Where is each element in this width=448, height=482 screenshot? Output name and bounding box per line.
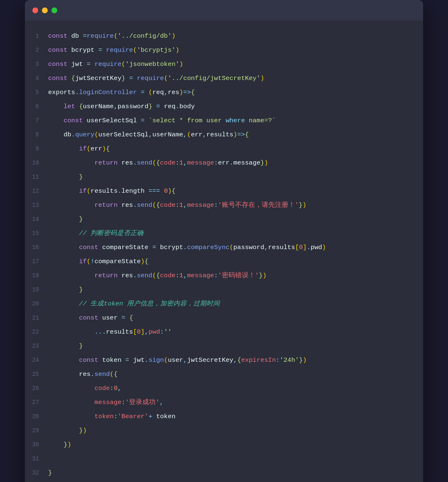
line-number: 4	[25, 72, 46, 85]
code-line-27: 27 message:'登录成功',	[25, 395, 423, 409]
line-number: 14	[25, 213, 46, 226]
code-editor-window: 1 const db =require('../config/db') 2 co…	[25, 0, 423, 482]
code-line-6: 6 let {userName,password} = req.body	[25, 99, 423, 114]
line-content: })	[46, 438, 423, 451]
line-number: 18	[25, 269, 46, 282]
line-content: // 生成token 用户信息，加密内容，过期时间	[46, 297, 423, 310]
code-line-25: 25 res.send({	[25, 367, 423, 381]
code-line-14: 14 }	[25, 212, 423, 226]
line-content: const bcrypt = require('bcryptjs')	[46, 44, 423, 57]
line-number: 8	[25, 128, 46, 141]
line-number: 32	[25, 466, 46, 480]
line-content: const {jwtSecretKey} = require('../confi…	[46, 72, 423, 85]
line-number: 25	[25, 368, 46, 381]
line-number: 3	[25, 58, 46, 71]
line-content: }	[46, 339, 423, 353]
code-line-31: 31	[25, 452, 423, 466]
line-number: 29	[25, 424, 46, 437]
code-line-20: 20 // 生成token 用户信息，加密内容，过期时间	[25, 297, 423, 311]
line-content: db.query(userSelectSql,userName,(err,res…	[46, 128, 423, 141]
line-content: code:0,	[46, 382, 423, 395]
code-line-3: 3 const jwt = require('jsonwebtoken')	[25, 57, 423, 71]
line-number: 9	[25, 142, 46, 155]
line-content: const db =require('../config/db')	[46, 29, 423, 43]
line-content: exports.loginController = (req,res)=>{	[46, 86, 423, 99]
line-number: 19	[25, 283, 46, 296]
line-number: 30	[25, 438, 46, 451]
code-line-19: 19 }	[25, 283, 423, 297]
line-number: 13	[25, 199, 46, 212]
line-content: }	[46, 170, 423, 184]
code-line-9: 9 if(err){	[25, 142, 423, 156]
code-line-12: 12 if(results.length === 0){	[25, 184, 423, 198]
code-line-17: 17 if(!compareState){	[25, 254, 423, 269]
line-content: // 判断密码是否正确	[46, 227, 423, 240]
line-content: const user = {	[46, 311, 423, 325]
minimize-button[interactable]	[42, 7, 48, 13]
line-number: 24	[25, 354, 46, 367]
code-line-26: 26 code:0,	[25, 381, 423, 395]
code-line-5: 5 exports.loginController = (req,res)=>{	[25, 85, 423, 99]
titlebar	[25, 0, 423, 21]
line-content: const compareState = bcrypt.compareSync(…	[46, 241, 423, 254]
line-content: if(err){	[46, 142, 423, 155]
line-content: token:'Bearer'+ token	[46, 410, 423, 423]
code-line-18: 18 return res.send({code:1,message:'密码错误…	[25, 269, 423, 283]
line-number: 5	[25, 86, 46, 99]
line-number: 10	[25, 156, 46, 170]
line-content: const token = jwt.sign(user,jwtSecretKey…	[46, 354, 423, 367]
code-line-29: 29 })	[25, 424, 423, 438]
line-content: }	[46, 466, 423, 480]
line-content: res.send({	[46, 368, 423, 381]
line-number: 21	[25, 311, 46, 325]
code-line-32: 32 }	[25, 466, 423, 480]
line-number: 17	[25, 255, 46, 268]
line-content: let {userName,password} = req.body	[46, 100, 423, 113]
code-line-1: 1 const db =require('../config/db')	[25, 29, 423, 43]
code-line-24: 24 const token = jwt.sign(user,jwtSecret…	[25, 353, 423, 367]
line-content: return res.send({code:1,message:'密码错误！'}…	[46, 269, 423, 282]
code-line-22: 22 ...results[0],pwd:''	[25, 325, 423, 339]
line-number: 22	[25, 325, 46, 339]
maximize-button[interactable]	[51, 7, 57, 13]
code-line-11: 11 }	[25, 170, 423, 184]
code-line-10: 10 return res.send({code:1,message:err.m…	[25, 156, 423, 170]
line-content: const userSelectSql = `select * from use…	[46, 114, 423, 127]
line-number: 2	[25, 44, 46, 57]
line-number: 20	[25, 297, 46, 310]
line-content: if(!compareState){	[46, 255, 423, 268]
close-button[interactable]	[32, 7, 38, 13]
line-content: message:'登录成功',	[46, 396, 423, 409]
code-line-2: 2 const bcrypt = require('bcryptjs')	[25, 43, 423, 57]
line-number: 31	[25, 452, 46, 465]
line-number: 11	[25, 170, 46, 184]
code-line-30: 30 })	[25, 438, 423, 452]
line-number: 12	[25, 184, 46, 198]
code-line-21: 21 const user = {	[25, 311, 423, 325]
line-content: return res.send({code:1,message:err.mess…	[46, 156, 423, 170]
line-number: 26	[25, 382, 46, 395]
code-line-8: 8 db.query(userSelectSql,userName,(err,r…	[25, 128, 423, 142]
code-line-15: 15 // 判断密码是否正确	[25, 226, 423, 240]
line-number: 27	[25, 396, 46, 409]
code-line-16: 16 const compareState = bcrypt.compareSy…	[25, 240, 423, 254]
line-content: ...results[0],pwd:''	[46, 325, 423, 339]
line-number: 28	[25, 410, 46, 423]
line-content: }	[46, 283, 423, 296]
line-content: return res.send({code:1,message:'账号不存在，请…	[46, 199, 423, 212]
line-number: 16	[25, 241, 46, 254]
line-number: 7	[25, 114, 46, 127]
code-line-28: 28 token:'Bearer'+ token	[25, 409, 423, 424]
line-content: })	[46, 424, 423, 437]
code-line-23: 23 }	[25, 339, 423, 353]
code-line-7: 7 const userSelectSql = `select * from u…	[25, 114, 423, 128]
line-number: 15	[25, 227, 46, 240]
code-line-13: 13 return res.send({code:1,message:'账号不存…	[25, 198, 423, 212]
line-number: 23	[25, 339, 46, 353]
line-number: 1	[25, 29, 46, 43]
code-area: 1 const db =require('../config/db') 2 co…	[25, 21, 423, 482]
line-number: 6	[25, 100, 46, 113]
line-content: }	[46, 213, 423, 226]
line-content: const jwt = require('jsonwebtoken')	[46, 58, 423, 71]
line-content: if(results.length === 0){	[46, 184, 423, 198]
